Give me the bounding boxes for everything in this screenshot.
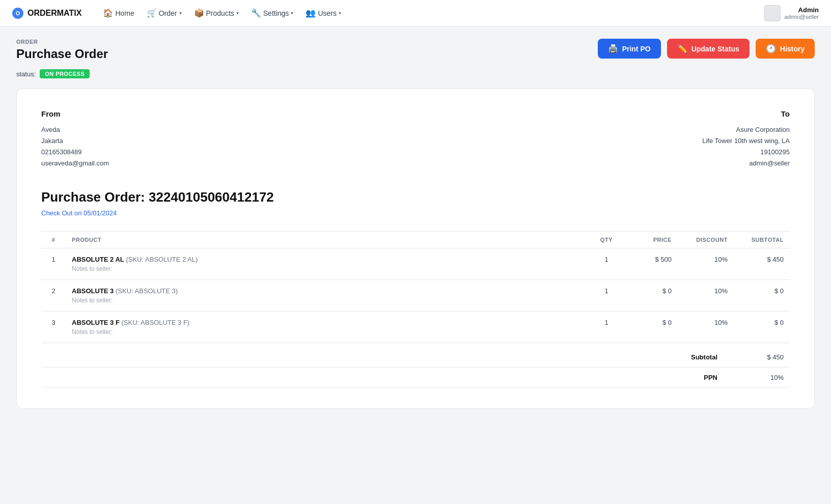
status-label: status:: [16, 70, 36, 78]
nav-home-label: Home: [115, 9, 134, 17]
nav-settings-label: Settings: [263, 9, 289, 17]
history-label: History: [780, 45, 805, 53]
table-row: 1 ABSOLUTE 2 AL (SKU: ABSOLUTE 2 AL) Not…: [41, 248, 790, 280]
from-phone: 02165308489: [41, 147, 153, 158]
po-number: 32240105060412172: [149, 189, 274, 205]
ppn-label: PPN: [656, 374, 717, 381]
row-qty: 1: [586, 312, 627, 343]
print-po-button[interactable]: 🖨️ Print PO: [598, 39, 661, 59]
home-icon: 🏠: [103, 8, 113, 18]
row-discount: 10%: [678, 312, 734, 343]
products-icon: 📦: [194, 8, 204, 18]
row-discount: 10%: [678, 280, 734, 312]
nav-home[interactable]: 🏠 Home: [98, 5, 139, 21]
po-card: From Aveda Jakarta 02165308489 useraveda…: [16, 89, 815, 409]
print-po-label: Print PO: [622, 45, 651, 53]
update-status-label: Update Status: [691, 45, 739, 53]
app-name: ORDERMATIX: [27, 9, 81, 18]
product-sku: (SKU: ABSOLUTE 3 F): [122, 319, 190, 326]
history-icon: 🕐: [766, 44, 776, 53]
header-actions: 🖨️ Print PO ✏️ Update Status 🕐 History: [598, 39, 815, 59]
notes-line: Notes to seller:: [72, 328, 580, 335]
row-qty: 1: [586, 248, 627, 280]
product-name: ABSOLUTE 3: [72, 287, 114, 295]
product-name: ABSOLUTE 2 AL: [72, 256, 124, 263]
col-num: #: [41, 232, 66, 248]
page-header: ORDER Purchase Order 🖨️ Print PO ✏️ Upda…: [16, 39, 815, 61]
chevron-down-icon: ▾: [179, 10, 182, 16]
app-logo[interactable]: O ORDERMATIX: [12, 8, 81, 19]
nav-products-label: Products: [206, 9, 234, 17]
subtotal-row: Subtotal $ 450: [41, 347, 790, 368]
page-title: Purchase Order: [16, 47, 108, 61]
from-block: From Aveda Jakarta 02165308489 useraveda…: [41, 109, 153, 169]
checkout-date: Check Out on 05/01/2024: [41, 209, 790, 217]
from-email: useraveda@gmail.com: [41, 158, 153, 169]
row-price: $ 0: [627, 312, 678, 343]
col-qty: QTY: [586, 232, 627, 248]
ppn-row: PPN 10%: [41, 368, 790, 388]
product-sku: (SKU: ABSOLUTE 3): [116, 287, 178, 295]
navbar: O ORDERMATIX 🏠 Home 🛒 Order ▾ 📦 Products…: [0, 0, 831, 26]
totals-section: Subtotal $ 450 PPN 10%: [41, 347, 790, 388]
nav-products[interactable]: 📦 Products ▾: [189, 5, 244, 21]
logo-icon: O: [12, 8, 23, 19]
status-badge: ON PROCESS: [40, 69, 90, 78]
order-icon: 🛒: [147, 8, 157, 18]
row-price: $ 0: [627, 280, 678, 312]
to-heading: To: [678, 109, 790, 118]
status-row: status: ON PROCESS: [16, 69, 815, 78]
row-product: ABSOLUTE 2 AL (SKU: ABSOLUTE 2 AL) Notes…: [66, 248, 586, 280]
row-num: 3: [41, 312, 66, 343]
subtotal-label: Subtotal: [656, 353, 717, 361]
row-num: 2: [41, 280, 66, 312]
row-num: 1: [41, 248, 66, 280]
row-product: ABSOLUTE 3 F (SKU: ABSOLUTE 3 F) Notes t…: [66, 312, 586, 343]
row-subtotal: $ 0: [734, 280, 790, 312]
col-product: PRODUCT: [66, 232, 586, 248]
product-name: ABSOLUTE 3 F: [72, 319, 120, 326]
chevron-down-icon: ▾: [339, 10, 341, 16]
chevron-down-icon: ▾: [236, 10, 239, 16]
row-price: $ 500: [627, 248, 678, 280]
table-row: 2 ABSOLUTE 3 (SKU: ABSOLUTE 3) Notes to …: [41, 280, 790, 312]
to-address: Life Tower 10th west wing, LA: [678, 135, 790, 147]
nav-users-label: Users: [318, 9, 337, 17]
nav-settings[interactable]: 🔧 Settings ▾: [246, 5, 299, 21]
notes-line: Notes to seller:: [72, 297, 580, 304]
nav-order-label: Order: [159, 9, 177, 17]
ppn-value: 10%: [748, 374, 784, 381]
row-product: ABSOLUTE 3 (SKU: ABSOLUTE 3) Notes to se…: [66, 280, 586, 312]
po-title-prefix: Purchase Order:: [41, 189, 145, 205]
table-header: # PRODUCT QTY PRICE DISCOUNT SUBTOTAL: [41, 232, 790, 248]
update-status-button[interactable]: ✏️ Update Status: [667, 39, 750, 59]
row-qty: 1: [586, 280, 627, 312]
page-content: ORDER Purchase Order 🖨️ Print PO ✏️ Upda…: [0, 26, 831, 421]
to-company: Asure Corporation: [678, 124, 790, 135]
edit-icon: ✏️: [677, 44, 687, 53]
nav-order[interactable]: 🛒 Order ▾: [142, 5, 187, 21]
row-subtotal: $ 450: [734, 248, 790, 280]
settings-icon: 🔧: [251, 8, 261, 18]
from-to-section: From Aveda Jakarta 02165308489 useraveda…: [41, 109, 790, 169]
subtotal-value: $ 450: [748, 353, 784, 361]
row-discount: 10%: [678, 248, 734, 280]
breadcrumb: ORDER: [16, 39, 108, 45]
table-body: 1 ABSOLUTE 2 AL (SKU: ABSOLUTE 2 AL) Not…: [41, 248, 790, 343]
table-row: 3 ABSOLUTE 3 F (SKU: ABSOLUTE 3 F) Notes…: [41, 312, 790, 343]
history-button[interactable]: 🕐 History: [756, 39, 815, 59]
avatar: [764, 5, 781, 21]
to-postal: 19100295: [678, 147, 790, 158]
col-discount: DISCOUNT: [678, 232, 734, 248]
notes-line: Notes to seller:: [72, 265, 580, 272]
main-nav: 🏠 Home 🛒 Order ▾ 📦 Products ▾ 🔧 Settings…: [98, 5, 747, 21]
nav-users[interactable]: 👥 Users ▾: [300, 5, 346, 21]
chevron-down-icon: ▾: [291, 10, 293, 16]
page-title-block: ORDER Purchase Order: [16, 39, 108, 61]
print-icon: 🖨️: [608, 44, 618, 53]
to-block: To Asure Corporation Life Tower 10th wes…: [678, 109, 790, 169]
users-icon: 👥: [306, 8, 316, 18]
user-menu[interactable]: Admin admin@seller: [764, 5, 819, 21]
row-subtotal: $ 0: [734, 312, 790, 343]
col-price: PRICE: [627, 232, 678, 248]
